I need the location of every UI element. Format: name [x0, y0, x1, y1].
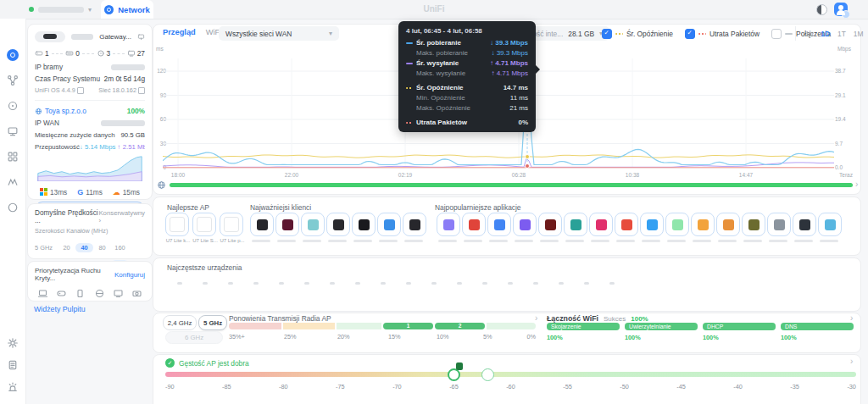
app-tile[interactable] [437, 213, 462, 242]
wifi-stage[interactable]: DHCP 100% [703, 323, 776, 341]
gateway-name-redacted [71, 34, 93, 40]
app-tile[interactable] [818, 213, 843, 242]
series-toggle[interactable]: Śr. Opóźnienie [602, 29, 673, 39]
client-name-redacted [277, 240, 296, 242]
app-tile[interactable] [665, 213, 691, 242]
band-5ghz-button[interactable]: 5 GHz [198, 315, 227, 330]
gateway-tab[interactable]: ▾ [22, 0, 98, 19]
app-tile[interactable] [487, 213, 513, 242]
gateway-count-icon [35, 49, 43, 58]
ap-count-icon [97, 49, 105, 58]
dashboard-widgets-link[interactable]: Widżety Pulpitu [34, 305, 86, 313]
client-tile[interactable] [275, 213, 301, 242]
theme-toggle[interactable] [816, 4, 827, 15]
apps-grid-icon[interactable] [7, 151, 19, 163]
overview-tab[interactable]: Przegląd [163, 28, 196, 36]
configure-link[interactable]: Konfiguruj [114, 271, 145, 279]
band-6ghz-button[interactable]: 6 GHz [165, 331, 223, 344]
density-marker-hollow[interactable] [481, 368, 494, 381]
copy-icon[interactable] [77, 87, 84, 94]
dashboard-icon[interactable] [7, 49, 19, 61]
series-swatch-icon [615, 33, 623, 35]
uptime-timeline-bar[interactable] [170, 183, 853, 187]
client-tile[interactable] [352, 213, 377, 242]
isp-name[interactable]: Toya sp.z.o.o [45, 107, 86, 115]
app-tile[interactable] [513, 213, 538, 242]
wan-filter-dropdown[interactable]: Wszystkie sieci WAN▾ [219, 26, 339, 41]
ip-gateway-label: IP bramy [35, 63, 63, 71]
series-toggle[interactable]: Utrata Pakietów [685, 29, 760, 39]
device-count-redacted [533, 282, 538, 285]
time-range-option[interactable]: 1T [837, 30, 846, 38]
ap-tile[interactable]: U7 Lite S... [192, 213, 220, 243]
ap-tile[interactable]: U7 Lite p... [220, 213, 247, 243]
timeline-expand-chevron[interactable]: › [855, 180, 858, 189]
alerts-siren-icon[interactable] [7, 381, 19, 393]
client-tile[interactable] [403, 213, 428, 242]
density-scale: -90-85-80-75-70-65-60-55-50-45-40-35-30 [165, 383, 856, 390]
ap-tile[interactable]: U7 Lite k... [165, 213, 192, 243]
icon-rail [0, 19, 26, 404]
tooltip-row: Maks. pobieranie ↓ 39.3 Mbps [406, 49, 528, 57]
settings-gear-icon[interactable] [7, 337, 19, 349]
app-tile[interactable] [767, 213, 793, 242]
client-tile[interactable] [377, 213, 403, 242]
device-count-redacted [330, 282, 335, 285]
app-tile[interactable] [640, 213, 665, 242]
app-tile[interactable] [691, 213, 716, 242]
app-name-redacted [540, 240, 559, 242]
device-count-redacted [609, 282, 615, 285]
wifi-stage[interactable]: DNS 100% [781, 323, 854, 341]
channel-width-subtitle: Szerokości Kanałów (MHz) [35, 227, 145, 235]
copy-icon[interactable] [138, 87, 145, 94]
channel-width-option[interactable]: 80 [93, 243, 111, 252]
client-tile[interactable] [326, 213, 352, 242]
density-expand-chevron[interactable]: › [850, 357, 853, 366]
density-marker-filled[interactable] [448, 368, 460, 381]
app-tile[interactable] [462, 213, 487, 242]
radios-icon[interactable] [7, 202, 19, 213]
speeds-mode-link[interactable]: Konserwatywny › [98, 209, 145, 224]
app-tile[interactable] [615, 213, 640, 242]
app-tile[interactable] [589, 213, 615, 242]
wifi-expand-chevron[interactable]: › [850, 313, 853, 323]
channel-width-option[interactable]: 20 [58, 243, 75, 252]
user-avatar[interactable] [834, 3, 848, 16]
app-tile[interactable] [716, 213, 742, 242]
time-range-option[interactable]: 1h [805, 30, 813, 38]
time-range-option[interactable]: 1M [854, 30, 864, 38]
app-tile[interactable] [564, 213, 589, 242]
provider-logo-icon: G [77, 188, 83, 196]
client-tile[interactable] [250, 213, 275, 242]
devices-icon[interactable] [7, 100, 19, 112]
system-log-icon[interactable] [7, 359, 19, 371]
retries-expand-chevron[interactable]: › [535, 313, 537, 323]
clients-icon[interactable] [7, 125, 19, 137]
channel-width-option[interactable]: 160 [111, 243, 129, 252]
divider [82, 53, 94, 54]
client-tile[interactable] [301, 213, 326, 242]
band-24ghz-button[interactable]: 2,4 GHz [163, 315, 197, 330]
activity-value: 28.1 GB [568, 30, 594, 38]
wifi-stage[interactable]: Skojarzenie 100% [547, 323, 620, 341]
topology-icon[interactable] [7, 75, 19, 86]
usage-value: 90.5 GB [120, 131, 145, 139]
provider-latency: 15ms [123, 188, 140, 196]
chart-tooltip: 4 lut, 06:45 - 4 lut, 06:58 Śr. pobieran… [398, 21, 536, 132]
top-clients-title: Najważniejsi klienci [250, 203, 311, 212]
channel-width-option[interactable]: 40 [75, 243, 93, 252]
provider-latency: 13ms [50, 188, 67, 196]
app-tile[interactable] [538, 213, 564, 242]
wifi-subtitle: Sukces [604, 315, 626, 323]
app-name-redacted [464, 240, 482, 242]
insights-icon[interactable] [7, 176, 19, 188]
tooltip-row: Maks. Opóźnienie 21 ms [406, 104, 528, 112]
app-name-redacted [769, 240, 787, 242]
gateway-header[interactable]: Gateway... [35, 30, 145, 43]
time-range-option[interactable]: 1D [821, 30, 830, 38]
app-tile[interactable] [742, 213, 767, 242]
wifi-stage[interactable]: Uwierzytelnianie 100% [625, 323, 698, 341]
tab-network[interactable]: Network [101, 0, 153, 19]
throughput-sparkline[interactable] [35, 154, 145, 181]
app-tile[interactable] [793, 213, 818, 242]
